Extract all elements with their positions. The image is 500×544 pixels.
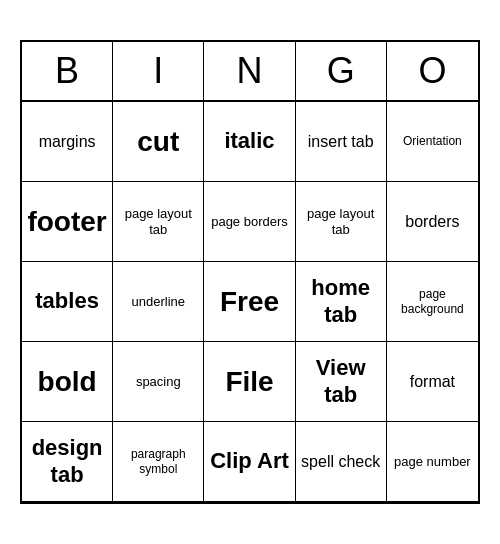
cell-text: page borders xyxy=(211,214,288,230)
bingo-cell: cut xyxy=(113,102,204,182)
cell-text: italic xyxy=(224,128,274,154)
bingo-cell: Clip Art xyxy=(204,422,295,502)
cell-text: home tab xyxy=(300,275,382,328)
bingo-cell: margins xyxy=(22,102,113,182)
cell-text: Free xyxy=(220,285,279,319)
bingo-cell: format xyxy=(387,342,478,422)
bingo-cell: borders xyxy=(387,182,478,262)
bingo-cell: paragraph symbol xyxy=(113,422,204,502)
cell-text: page number xyxy=(394,454,471,470)
bingo-cell: tables xyxy=(22,262,113,342)
cell-text: format xyxy=(410,372,455,391)
bingo-card: BINGO marginscutitalicinsert tabOrientat… xyxy=(20,40,480,504)
cell-text: page layout tab xyxy=(300,206,382,237)
cell-text: page background xyxy=(391,287,474,316)
bingo-cell: page number xyxy=(387,422,478,502)
bingo-cell: page layout tab xyxy=(113,182,204,262)
cell-text: design tab xyxy=(26,435,108,488)
cell-text: spell check xyxy=(301,452,380,471)
header-letter: I xyxy=(113,42,204,100)
bingo-cell: design tab xyxy=(22,422,113,502)
header-letter: N xyxy=(204,42,295,100)
cell-text: cut xyxy=(137,125,179,159)
header-letter: O xyxy=(387,42,478,100)
bingo-cell: bold xyxy=(22,342,113,422)
bingo-header: BINGO xyxy=(22,42,478,102)
bingo-cell: page background xyxy=(387,262,478,342)
cell-text: insert tab xyxy=(308,132,374,151)
cell-text: File xyxy=(225,365,273,399)
bingo-grid: marginscutitalicinsert tabOrientationfoo… xyxy=(22,102,478,502)
bingo-cell: spacing xyxy=(113,342,204,422)
cell-text: margins xyxy=(39,132,96,151)
cell-text: Clip Art xyxy=(210,448,289,474)
cell-text: underline xyxy=(132,294,186,310)
bingo-cell: italic xyxy=(204,102,295,182)
cell-text: Orientation xyxy=(403,134,462,148)
bingo-cell: Orientation xyxy=(387,102,478,182)
cell-text: spacing xyxy=(136,374,181,390)
bingo-cell: page borders xyxy=(204,182,295,262)
header-letter: B xyxy=(22,42,113,100)
bingo-cell: spell check xyxy=(296,422,387,502)
bingo-cell: home tab xyxy=(296,262,387,342)
bingo-cell: File xyxy=(204,342,295,422)
bingo-cell: underline xyxy=(113,262,204,342)
cell-text: footer xyxy=(27,205,106,239)
bingo-cell: footer xyxy=(22,182,113,262)
header-letter: G xyxy=(296,42,387,100)
cell-text: View tab xyxy=(300,355,382,408)
cell-text: paragraph symbol xyxy=(117,447,199,476)
cell-text: borders xyxy=(405,212,459,231)
bingo-cell: View tab xyxy=(296,342,387,422)
bingo-cell: page layout tab xyxy=(296,182,387,262)
bingo-cell: insert tab xyxy=(296,102,387,182)
cell-text: bold xyxy=(38,365,97,399)
cell-text: page layout tab xyxy=(117,206,199,237)
bingo-cell: Free xyxy=(204,262,295,342)
cell-text: tables xyxy=(35,288,99,314)
